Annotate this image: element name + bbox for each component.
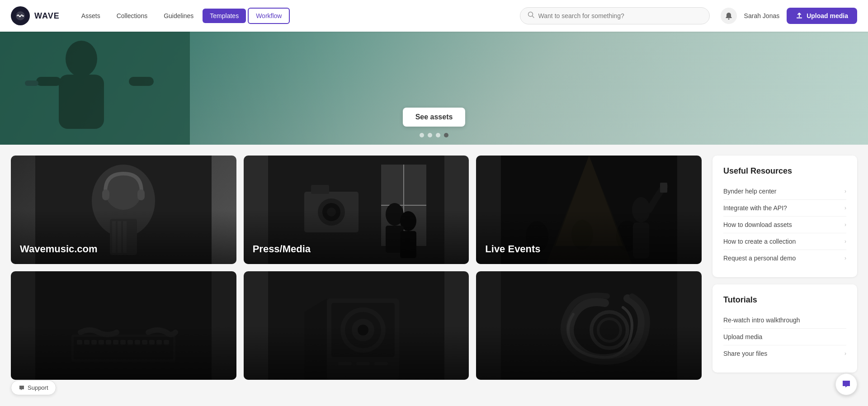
tutorial-share[interactable]: Share your files › (723, 345, 846, 362)
useful-resources-title: Useful Resources (723, 166, 846, 176)
nav-item-assets[interactable]: Assets (74, 9, 108, 23)
notifications-button[interactable] (721, 8, 737, 24)
resource-personal-demo[interactable]: Request a personal demo › (723, 250, 846, 266)
resource-create-collection[interactable]: How to create a collection › (723, 233, 846, 250)
collection-card-live-events[interactable]: Live Events (476, 156, 702, 264)
collection-card-bottom1[interactable] (11, 271, 236, 380)
hero-banner: See assets (0, 32, 868, 145)
tutorial-label: Upload media (723, 333, 762, 340)
svg-rect-3 (797, 17, 802, 19)
upload-label: Upload media (807, 12, 848, 19)
chevron-right-icon: › (844, 238, 846, 245)
carousel-dots (420, 133, 448, 137)
hero-image-left (0, 32, 190, 145)
chevron-right-icon: › (844, 350, 846, 357)
collections-grid: Wavemusic.com (11, 156, 702, 380)
dot-4[interactable] (444, 133, 448, 137)
card-overlay-b1 (11, 271, 236, 380)
resource-label: How to download assets (723, 221, 792, 228)
logo-area: WAVE (11, 6, 60, 25)
collection-card-wavemusic[interactable]: Wavemusic.com (11, 156, 236, 264)
collection-card-bottom3[interactable] (476, 271, 702, 380)
tutorial-label: Share your files (723, 350, 767, 357)
resource-label: Bynder help center (723, 188, 777, 195)
resource-label: How to create a collection (723, 238, 796, 245)
dot-3[interactable] (436, 133, 440, 137)
search-box (520, 7, 710, 24)
main-content: See assets (0, 0, 868, 391)
dot-1[interactable] (420, 133, 424, 137)
chevron-right-icon: › (844, 255, 846, 261)
sidebar: Useful Resources Bynder help center › In… (712, 156, 857, 380)
tutorial-label: Re-watch intro walkthrough (723, 316, 800, 324)
resource-label: Integrate with the API? (723, 204, 787, 212)
nav-item-guidelines[interactable]: Guidelines (156, 9, 201, 23)
card-title-press: Press/Media (253, 243, 311, 255)
resource-api[interactable]: Integrate with the API? › (723, 200, 846, 217)
search-area (520, 7, 710, 24)
nav-item-workflow[interactable]: Workflow (248, 8, 290, 24)
chevron-right-icon: › (844, 222, 846, 228)
search-icon (528, 11, 535, 20)
support-label: Support (28, 384, 48, 391)
svg-point-2 (728, 19, 729, 20)
header: WAVE Assets Collections Guidelines Templ… (0, 0, 868, 32)
nav-item-templates[interactable]: Templates (203, 9, 246, 23)
content-area: Wavemusic.com (0, 145, 868, 391)
card-overlay-b2 (244, 271, 469, 380)
card-overlay-b3 (476, 271, 702, 380)
see-assets-button[interactable]: See assets (403, 108, 466, 127)
chevron-right-icon: › (844, 188, 846, 194)
card-title-wavemusic: Wavemusic.com (20, 243, 98, 255)
chat-icon (19, 385, 25, 391)
search-input[interactable] (538, 12, 702, 19)
tutorials-card: Tutorials Re-watch intro walkthrough Upl… (712, 284, 857, 373)
collection-card-press[interactable]: Press/Media (244, 156, 469, 264)
card-title-live: Live Events (485, 243, 540, 255)
resource-download-assets[interactable]: How to download assets › (723, 217, 846, 233)
tutorial-upload[interactable]: Upload media (723, 329, 846, 345)
see-assets-label: See assets (415, 113, 453, 121)
svg-rect-10 (0, 32, 190, 145)
user-name: Sarah Jonas (744, 12, 780, 19)
logo-icon (11, 6, 30, 25)
resource-bynder-help[interactable]: Bynder help center › (723, 183, 846, 200)
main-nav: Assets Collections Guidelines Templates … (74, 8, 509, 24)
collection-card-bottom2[interactable] (244, 271, 469, 380)
chat-bubble-icon (841, 379, 851, 389)
logo-text: WAVE (34, 11, 60, 21)
support-button[interactable]: Support (11, 380, 56, 391)
tutorials-title: Tutorials (723, 295, 846, 305)
upload-media-button[interactable]: Upload media (787, 8, 857, 24)
nav-item-collections[interactable]: Collections (109, 9, 155, 23)
chevron-right-icon: › (844, 205, 846, 211)
dot-2[interactable] (428, 133, 432, 137)
resource-label: Request a personal demo (723, 255, 796, 262)
useful-resources-card: Useful Resources Bynder help center › In… (712, 156, 857, 277)
header-right: Sarah Jonas Upload media (721, 8, 857, 24)
tutorial-intro[interactable]: Re-watch intro walkthrough (723, 312, 846, 329)
